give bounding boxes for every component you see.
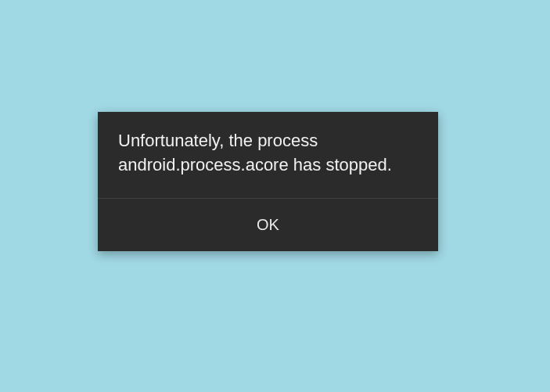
dialog-message: Unfortunately, the process android.proce… (98, 112, 438, 199)
error-dialog: Unfortunately, the process android.proce… (98, 112, 438, 251)
ok-button[interactable]: OK (98, 199, 438, 251)
